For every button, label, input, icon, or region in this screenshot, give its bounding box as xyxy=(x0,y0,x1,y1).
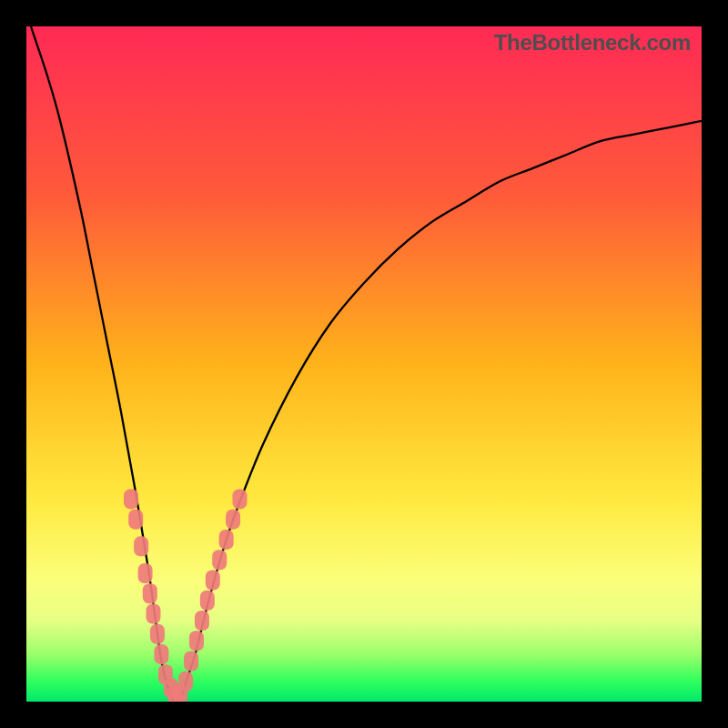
data-point xyxy=(128,510,143,530)
data-point xyxy=(143,583,157,603)
data-point xyxy=(219,530,234,550)
data-point xyxy=(232,489,247,509)
data-point xyxy=(178,672,193,692)
data-point xyxy=(154,644,168,664)
chart-root: TheBottleneck.com xyxy=(0,0,728,728)
data-point xyxy=(195,611,209,631)
plot-area: TheBottleneck.com xyxy=(26,26,702,702)
data-point xyxy=(184,651,198,671)
curve-layer xyxy=(26,26,702,702)
data-point xyxy=(206,570,220,590)
data-point xyxy=(138,563,153,583)
points-left xyxy=(124,489,182,702)
data-point xyxy=(200,591,215,611)
data-point xyxy=(212,550,227,570)
bottleneck-curve xyxy=(26,26,702,702)
data-point xyxy=(146,604,160,624)
data-point xyxy=(124,489,138,509)
data-point xyxy=(134,536,148,556)
data-point xyxy=(189,631,204,651)
points-right xyxy=(173,489,247,702)
data-point xyxy=(226,510,240,530)
data-point xyxy=(150,624,165,644)
watermark-text: TheBottleneck.com xyxy=(494,30,691,56)
